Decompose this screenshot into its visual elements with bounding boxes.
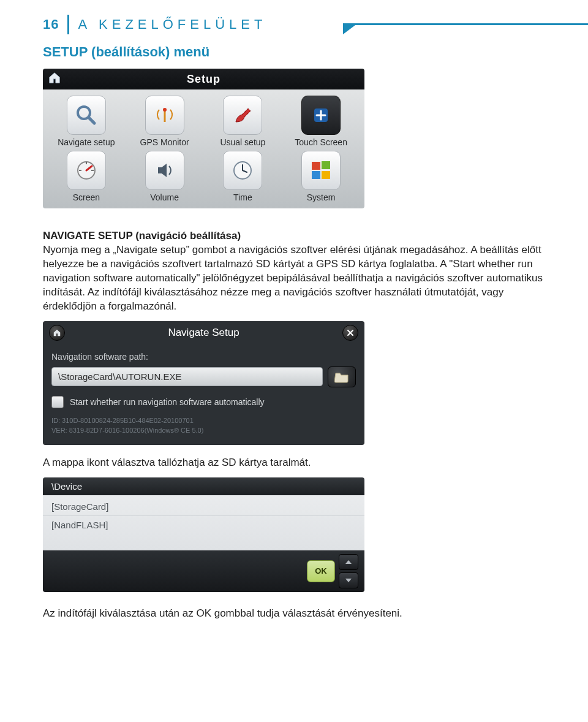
device-browser-screenshot: \Device [StorageCard][NandFLASH] OK — [43, 477, 364, 592]
close-icon[interactable] — [342, 325, 358, 341]
scroll-down-button[interactable] — [339, 572, 358, 588]
gauge-icon — [67, 151, 106, 190]
magnifier-icon — [67, 96, 106, 135]
setup-item-label: Volume — [127, 192, 202, 202]
id-line: ID: 310D-80100824-285B10-484E02-20100701 — [51, 417, 356, 424]
speaker-icon — [145, 151, 184, 190]
list-item[interactable]: [StorageCard] — [43, 498, 364, 515]
device-path: \Device — [43, 477, 364, 495]
heading-setup: SETUP (beállítások) menü — [43, 44, 545, 60]
navigate-setup-screenshot: Navigate Setup Navigation software path:… — [43, 321, 364, 445]
svg-rect-12 — [312, 171, 320, 179]
setup-item-label: Navigate setup — [49, 137, 124, 147]
scroll-up-button[interactable] — [339, 554, 358, 570]
setup-item[interactable]: Screen — [49, 151, 124, 202]
paragraph-2: A mappa ikont választva tallózhatja az S… — [43, 456, 545, 470]
setup-item[interactable]: Volume — [127, 151, 202, 202]
list-item[interactable]: [NandFLASH] — [43, 515, 364, 534]
setup-title: Setup — [187, 73, 221, 86]
antenna-icon — [145, 96, 184, 135]
setup-item-label: Touch Screen — [284, 137, 358, 147]
home-icon[interactable] — [49, 325, 65, 341]
section-title: A KEZELŐFELÜLET — [78, 17, 266, 32]
svg-point-3 — [163, 108, 167, 112]
setup-item[interactable]: Usual setup — [206, 96, 281, 147]
setup-item-label: GPS Monitor — [127, 137, 202, 147]
page-number: 16 — [43, 17, 59, 32]
setup-screenshot: Setup Navigate setupGPS MonitorUsual set… — [43, 69, 364, 208]
setup-item[interactable]: Time — [206, 151, 281, 202]
header-divider — [67, 15, 69, 34]
auto-start-checkbox[interactable] — [51, 396, 64, 408]
setup-item[interactable]: Navigate setup — [49, 96, 124, 147]
svg-rect-10 — [312, 162, 320, 170]
ok-button[interactable]: OK — [307, 560, 335, 582]
paragraph-3: Az indítófájl kiválasztása után az OK go… — [43, 607, 545, 621]
svg-rect-13 — [322, 171, 330, 179]
auto-start-label: Start whether run navigation software au… — [70, 397, 265, 407]
path-label: Navigation software path: — [51, 352, 356, 362]
heading-navigate: NAVIGATE SETUP (navigáció beállítása) — [43, 230, 241, 241]
setup-item-label: Screen — [49, 192, 124, 202]
setup-item[interactable]: System — [284, 151, 358, 202]
navigate-setup-title: Navigate Setup — [70, 327, 337, 339]
folder-icon[interactable] — [328, 367, 356, 387]
svg-line-2 — [89, 118, 94, 123]
setup-item-label: Time — [206, 192, 281, 202]
paragraph-1: Nyomja meg a „Navigate setup” gombot a n… — [43, 244, 543, 312]
setup-item[interactable]: GPS Monitor — [127, 96, 202, 147]
clock-icon — [223, 151, 262, 190]
setup-item-label: System — [284, 192, 358, 202]
svg-marker-0 — [343, 23, 588, 34]
path-input[interactable]: \StorageCard\AUTORUN.EXE — [51, 367, 323, 386]
paintbrush-icon — [223, 96, 262, 135]
setup-item-label: Usual setup — [206, 137, 281, 147]
svg-rect-11 — [322, 161, 330, 169]
home-icon[interactable] — [48, 71, 61, 87]
ver-line: VER: 8319-82D7-6016-100206(Windows® CE 5… — [51, 427, 356, 434]
windows-icon — [301, 151, 341, 190]
setup-item[interactable]: Touch Screen — [284, 96, 358, 147]
plus-icon — [301, 96, 341, 135]
